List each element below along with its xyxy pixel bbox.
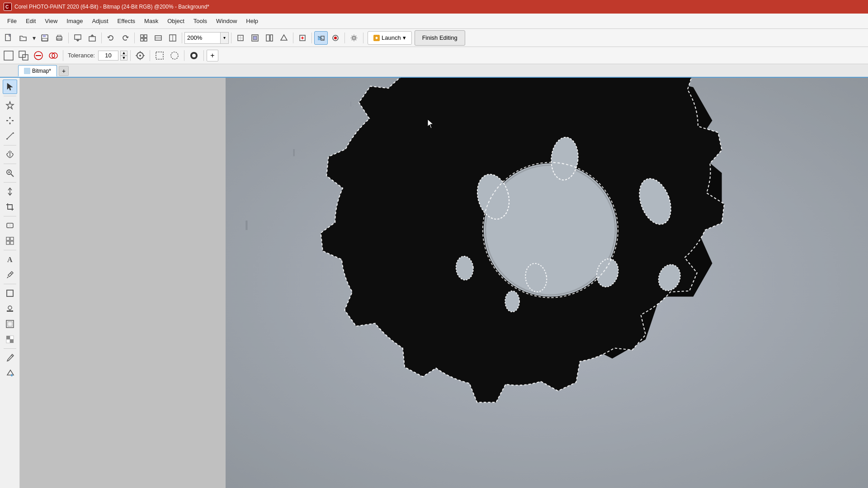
menu-help[interactable]: Help (241, 16, 263, 26)
color-pick-button[interactable] (133, 49, 147, 62)
gear-svg (226, 78, 868, 488)
launch-button[interactable]: Launch ▾ (368, 31, 412, 45)
sep1 (68, 33, 69, 43)
frame-tool-btn[interactable] (3, 317, 17, 331)
menu-adjust[interactable]: Adjust (87, 16, 113, 26)
freehand-tool-btn[interactable] (3, 129, 17, 143)
straighten-tool-btn[interactable] (3, 184, 17, 199)
finish-editing-button[interactable]: Finish Editing (415, 30, 465, 46)
svg-rect-27 (318, 36, 321, 40)
stamp-tool-btn[interactable] (3, 301, 17, 316)
svg-point-50 (192, 54, 196, 57)
svg-rect-60 (10, 237, 14, 240)
sep8 (344, 33, 345, 43)
toolbar2: Tolerance: ▲ ▼ + (0, 47, 868, 64)
svg-rect-66 (7, 310, 13, 312)
position-button2[interactable] (166, 31, 179, 45)
magic-wand-normal[interactable] (2, 49, 15, 62)
menu-effects[interactable]: Effects (113, 16, 140, 26)
align-button2[interactable] (263, 31, 276, 45)
open-button[interactable] (16, 31, 30, 45)
zoom-input[interactable]: 200% (184, 32, 221, 44)
import-button[interactable] (71, 31, 85, 45)
svg-rect-7 (57, 38, 61, 40)
svg-rect-24 (270, 35, 273, 41)
tab-add-button[interactable]: + (59, 66, 69, 76)
magic-wand-intersect[interactable] (47, 49, 60, 62)
print-button[interactable] (52, 31, 66, 45)
layout-button[interactable] (137, 31, 151, 45)
arrow-select-tool[interactable] (3, 80, 17, 94)
svg-text:A: A (7, 256, 13, 263)
rect-shape-tool-btn[interactable] (3, 286, 17, 300)
svg-rect-64 (7, 290, 13, 296)
menu-tools[interactable]: Tools (189, 16, 212, 26)
menu-mask[interactable]: Mask (140, 16, 163, 26)
left-toolbox: A (0, 78, 20, 488)
svg-rect-82 (245, 221, 247, 230)
menu-bar: File Edit View Image Adjust Effects Mask… (0, 14, 868, 29)
svg-point-42 (139, 55, 141, 56)
position-button1[interactable] (151, 31, 165, 45)
crop-tool-btn[interactable] (3, 200, 17, 214)
svg-rect-8 (75, 35, 81, 39)
text-tool-btn[interactable]: A (3, 252, 17, 267)
new-file-button[interactable] (2, 31, 15, 45)
smart-fill-btn[interactable] (3, 98, 17, 113)
mask-invert-button[interactable] (187, 49, 201, 62)
save-button[interactable] (38, 31, 52, 45)
canvas-image[interactable] (226, 78, 868, 488)
eraser-tool-btn[interactable] (3, 218, 17, 233)
menu-window[interactable]: Window (212, 16, 241, 26)
svg-point-31 (334, 37, 337, 39)
redo-button[interactable] (118, 31, 132, 45)
svg-rect-80 (293, 149, 295, 156)
open-dropdown[interactable]: ▾ (31, 31, 37, 45)
settings-button[interactable] (347, 31, 361, 45)
sel-ellipse-button[interactable] (168, 49, 181, 62)
menu-edit[interactable]: Edit (21, 16, 40, 26)
add-tool-button[interactable]: + (207, 50, 218, 61)
transform-button[interactable] (277, 31, 291, 45)
sep-t3 (150, 50, 150, 61)
spinner-up[interactable]: ▲ (120, 51, 127, 56)
tolerance-spinner[interactable]: ▲ ▼ (120, 51, 127, 61)
main-area: A (0, 78, 868, 488)
dropper-tool-btn[interactable] (3, 267, 17, 282)
svg-rect-61 (6, 241, 9, 244)
snap-button[interactable] (296, 31, 309, 45)
svg-rect-47 (156, 52, 163, 59)
paint-tool-btn[interactable] (3, 351, 17, 365)
svg-point-48 (171, 52, 178, 59)
magic-wand-add[interactable] (17, 49, 30, 62)
zoom-dropdown[interactable]: ▾ (221, 32, 229, 44)
menu-object[interactable]: Object (163, 16, 189, 26)
pattern-tool-btn[interactable] (3, 234, 17, 248)
svg-point-86 (486, 166, 614, 294)
svg-rect-69 (8, 322, 12, 326)
spinner-down[interactable]: ▼ (120, 56, 127, 61)
fill-tool-btn[interactable] (3, 366, 17, 380)
export-button[interactable] (85, 31, 99, 45)
tolerance-input[interactable] (98, 51, 118, 61)
undo-button[interactable] (104, 31, 118, 45)
tab-bitmap[interactable]: Bitmap* (18, 65, 57, 77)
align-button1[interactable] (248, 31, 262, 45)
mask-mode-button[interactable] (329, 31, 342, 45)
pattern-fill-tool-btn[interactable] (3, 332, 17, 347)
svg-point-32 (353, 37, 355, 39)
menu-view[interactable]: View (40, 16, 62, 26)
move-tool-btn[interactable] (3, 113, 17, 128)
svg-rect-62 (10, 241, 14, 244)
finish-editing-label: Finish Editing (422, 34, 458, 41)
pan-tool-btn[interactable] (3, 147, 17, 162)
view-fit-button[interactable] (234, 31, 247, 45)
menu-file[interactable]: File (3, 16, 21, 26)
canvas-area[interactable] (20, 78, 868, 488)
tool-sep-5 (4, 216, 16, 216)
sel-rect-button[interactable] (153, 49, 166, 62)
menu-image[interactable]: Image (62, 16, 87, 26)
zoom-tool-btn[interactable] (3, 166, 17, 180)
magic-wand-subtract[interactable] (32, 49, 45, 62)
mask-overlay-button[interactable] (314, 31, 328, 45)
